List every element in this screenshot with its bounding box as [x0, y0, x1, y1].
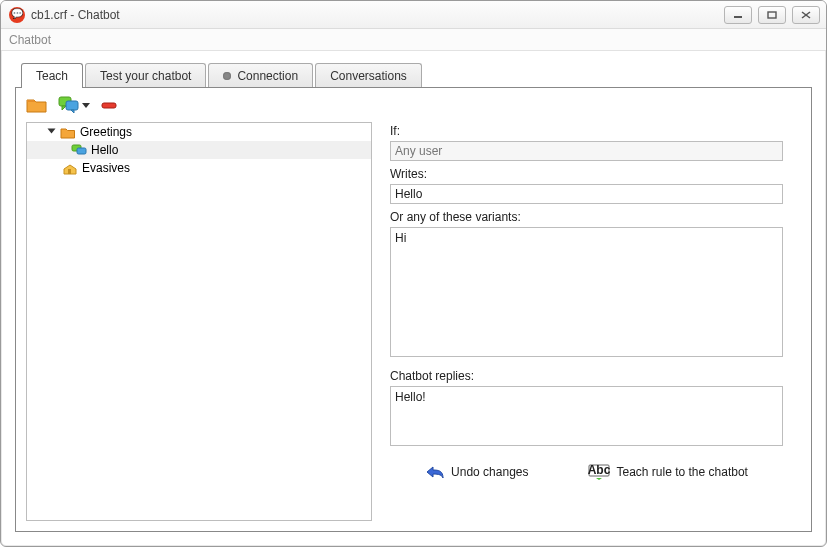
new-folder-button[interactable] — [26, 96, 48, 114]
svg-rect-8 — [102, 103, 116, 108]
svg-text:Abc: Abc — [588, 464, 610, 477]
tree-node-greetings[interactable]: Greetings — [27, 123, 371, 141]
tab-label: Conversations — [330, 69, 407, 83]
tree-label: Evasives — [82, 161, 130, 175]
window-title: cb1.crf - Chatbot — [31, 8, 120, 22]
svg-rect-10 — [77, 148, 86, 154]
window-controls — [724, 6, 820, 24]
folder-icon — [60, 126, 76, 139]
rule-tree[interactable]: Greetings Hell — [26, 122, 372, 521]
teach-label: Teach rule to the chatbot — [616, 465, 747, 479]
client-area: Teach Test your chatbot Connection Conve… — [1, 51, 826, 546]
variants-label: Or any of these variants: — [390, 210, 783, 224]
if-label: If: — [390, 124, 783, 138]
new-rule-button[interactable] — [58, 96, 90, 114]
undo-icon — [425, 465, 445, 479]
svg-marker-7 — [71, 110, 74, 113]
app-window: 💬 cb1.crf - Chatbot Chatbot Teach Test y… — [0, 0, 827, 547]
tab-bar: Teach Test your chatbot Connection Conve… — [15, 61, 812, 87]
replies-label: Chatbot replies: — [390, 369, 783, 383]
tab-label: Test your chatbot — [100, 69, 191, 83]
svg-rect-6 — [66, 101, 78, 110]
tab-test[interactable]: Test your chatbot — [85, 63, 206, 88]
connection-indicator-icon — [223, 72, 231, 80]
app-icon: 💬 — [9, 7, 25, 23]
undo-button[interactable]: Undo changes — [425, 465, 528, 479]
teach-panel: Greetings Hell — [15, 87, 812, 532]
undo-label: Undo changes — [451, 465, 528, 479]
writes-field[interactable] — [390, 184, 783, 204]
form-actions: Undo changes Abc Teach rule to the chatb… — [390, 446, 783, 490]
tab-teach[interactable]: Teach — [21, 63, 83, 88]
abc-icon: Abc — [588, 464, 610, 480]
writes-label: Writes: — [390, 167, 783, 181]
chat-icon — [71, 144, 87, 157]
svg-rect-11 — [68, 169, 71, 174]
toolbar — [16, 88, 811, 122]
tree-label: Greetings — [80, 125, 132, 139]
tab-label: Connection — [237, 69, 298, 83]
teach-button[interactable]: Abc Teach rule to the chatbot — [588, 464, 747, 480]
tree-node-evasives[interactable]: Evasives — [27, 159, 371, 177]
rule-form: If: Writes: Or any of these variants: Hi… — [372, 122, 811, 531]
if-field[interactable] — [390, 141, 783, 161]
maximize-button[interactable] — [758, 6, 786, 24]
svg-rect-1 — [768, 12, 776, 18]
replies-field[interactable]: Hello! — [390, 386, 783, 446]
titlebar[interactable]: 💬 cb1.crf - Chatbot — [1, 1, 826, 29]
svg-marker-5 — [62, 106, 66, 110]
split-pane: Greetings Hell — [16, 122, 811, 531]
tab-connection[interactable]: Connection — [208, 63, 313, 88]
menu-item-chatbot[interactable]: Chatbot — [9, 33, 51, 47]
tree-label: Hello — [91, 143, 118, 157]
variants-field[interactable]: Hi — [390, 227, 783, 357]
tree-node-hello[interactable]: Hello — [27, 141, 371, 159]
expand-icon[interactable] — [48, 129, 56, 134]
svg-marker-14 — [596, 478, 602, 480]
delete-button[interactable] — [100, 98, 118, 112]
close-button[interactable] — [792, 6, 820, 24]
svg-rect-0 — [734, 16, 742, 18]
chevron-down-icon — [82, 103, 90, 108]
house-icon — [62, 162, 78, 175]
menubar: Chatbot — [1, 29, 826, 51]
minimize-button[interactable] — [724, 6, 752, 24]
tab-conversations[interactable]: Conversations — [315, 63, 422, 88]
tab-label: Teach — [36, 69, 68, 83]
